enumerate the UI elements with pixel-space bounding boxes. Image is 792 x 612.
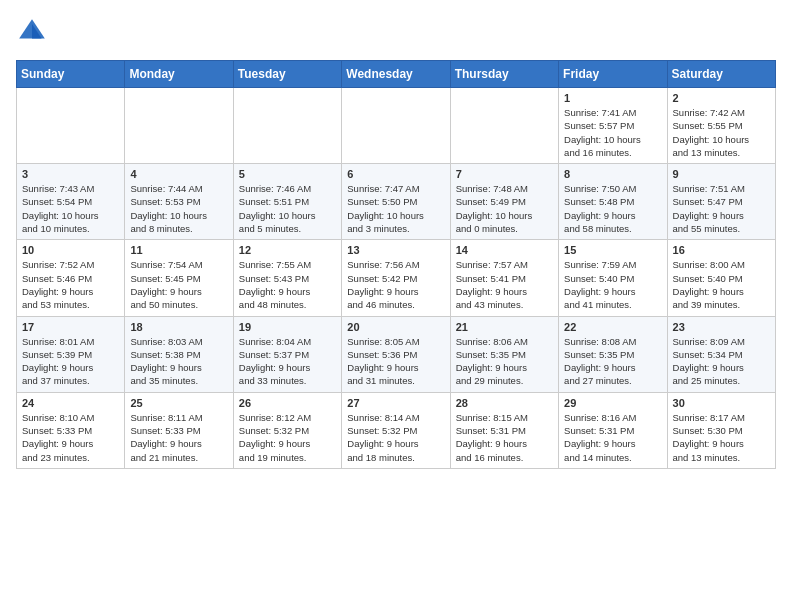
weekday-header: Wednesday — [342, 61, 450, 88]
weekday-header: Thursday — [450, 61, 558, 88]
day-number: 18 — [130, 321, 227, 333]
calendar-week-row: 24Sunrise: 8:10 AM Sunset: 5:33 PM Dayli… — [17, 392, 776, 468]
calendar-cell: 6Sunrise: 7:47 AM Sunset: 5:50 PM Daylig… — [342, 164, 450, 240]
day-number: 15 — [564, 244, 661, 256]
day-info: Sunrise: 7:59 AM Sunset: 5:40 PM Dayligh… — [564, 258, 661, 311]
day-info: Sunrise: 8:09 AM Sunset: 5:34 PM Dayligh… — [673, 335, 770, 388]
day-info: Sunrise: 8:01 AM Sunset: 5:39 PM Dayligh… — [22, 335, 119, 388]
day-number: 10 — [22, 244, 119, 256]
logo — [16, 16, 52, 48]
day-number: 11 — [130, 244, 227, 256]
day-number: 21 — [456, 321, 553, 333]
day-number: 30 — [673, 397, 770, 409]
day-number: 23 — [673, 321, 770, 333]
calendar-cell — [233, 88, 341, 164]
calendar-cell: 28Sunrise: 8:15 AM Sunset: 5:31 PM Dayli… — [450, 392, 558, 468]
calendar-cell — [450, 88, 558, 164]
day-info: Sunrise: 7:41 AM Sunset: 5:57 PM Dayligh… — [564, 106, 661, 159]
calendar-cell: 5Sunrise: 7:46 AM Sunset: 5:51 PM Daylig… — [233, 164, 341, 240]
day-number: 7 — [456, 168, 553, 180]
calendar-cell: 24Sunrise: 8:10 AM Sunset: 5:33 PM Dayli… — [17, 392, 125, 468]
weekday-header: Sunday — [17, 61, 125, 88]
calendar-cell: 27Sunrise: 8:14 AM Sunset: 5:32 PM Dayli… — [342, 392, 450, 468]
day-info: Sunrise: 8:14 AM Sunset: 5:32 PM Dayligh… — [347, 411, 444, 464]
day-info: Sunrise: 7:44 AM Sunset: 5:53 PM Dayligh… — [130, 182, 227, 235]
calendar-cell: 13Sunrise: 7:56 AM Sunset: 5:42 PM Dayli… — [342, 240, 450, 316]
day-info: Sunrise: 7:48 AM Sunset: 5:49 PM Dayligh… — [456, 182, 553, 235]
day-info: Sunrise: 7:43 AM Sunset: 5:54 PM Dayligh… — [22, 182, 119, 235]
calendar-week-row: 10Sunrise: 7:52 AM Sunset: 5:46 PM Dayli… — [17, 240, 776, 316]
day-info: Sunrise: 7:57 AM Sunset: 5:41 PM Dayligh… — [456, 258, 553, 311]
calendar-cell: 30Sunrise: 8:17 AM Sunset: 5:30 PM Dayli… — [667, 392, 775, 468]
calendar-cell: 15Sunrise: 7:59 AM Sunset: 5:40 PM Dayli… — [559, 240, 667, 316]
calendar-cell: 26Sunrise: 8:12 AM Sunset: 5:32 PM Dayli… — [233, 392, 341, 468]
day-number: 16 — [673, 244, 770, 256]
day-info: Sunrise: 7:56 AM Sunset: 5:42 PM Dayligh… — [347, 258, 444, 311]
day-number: 4 — [130, 168, 227, 180]
weekday-header: Tuesday — [233, 61, 341, 88]
day-info: Sunrise: 8:17 AM Sunset: 5:30 PM Dayligh… — [673, 411, 770, 464]
day-info: Sunrise: 7:42 AM Sunset: 5:55 PM Dayligh… — [673, 106, 770, 159]
calendar-cell: 14Sunrise: 7:57 AM Sunset: 5:41 PM Dayli… — [450, 240, 558, 316]
day-number: 13 — [347, 244, 444, 256]
day-number: 5 — [239, 168, 336, 180]
day-info: Sunrise: 8:06 AM Sunset: 5:35 PM Dayligh… — [456, 335, 553, 388]
page-header — [16, 16, 776, 48]
calendar-cell: 7Sunrise: 7:48 AM Sunset: 5:49 PM Daylig… — [450, 164, 558, 240]
day-number: 3 — [22, 168, 119, 180]
day-number: 14 — [456, 244, 553, 256]
calendar-week-row: 3Sunrise: 7:43 AM Sunset: 5:54 PM Daylig… — [17, 164, 776, 240]
calendar-cell: 21Sunrise: 8:06 AM Sunset: 5:35 PM Dayli… — [450, 316, 558, 392]
day-number: 19 — [239, 321, 336, 333]
calendar-cell: 20Sunrise: 8:05 AM Sunset: 5:36 PM Dayli… — [342, 316, 450, 392]
calendar-cell — [342, 88, 450, 164]
calendar-cell: 3Sunrise: 7:43 AM Sunset: 5:54 PM Daylig… — [17, 164, 125, 240]
calendar-cell: 10Sunrise: 7:52 AM Sunset: 5:46 PM Dayli… — [17, 240, 125, 316]
day-info: Sunrise: 7:46 AM Sunset: 5:51 PM Dayligh… — [239, 182, 336, 235]
day-info: Sunrise: 7:47 AM Sunset: 5:50 PM Dayligh… — [347, 182, 444, 235]
day-info: Sunrise: 8:04 AM Sunset: 5:37 PM Dayligh… — [239, 335, 336, 388]
day-info: Sunrise: 8:03 AM Sunset: 5:38 PM Dayligh… — [130, 335, 227, 388]
day-number: 17 — [22, 321, 119, 333]
calendar-cell — [17, 88, 125, 164]
calendar-cell: 25Sunrise: 8:11 AM Sunset: 5:33 PM Dayli… — [125, 392, 233, 468]
calendar-cell: 17Sunrise: 8:01 AM Sunset: 5:39 PM Dayli… — [17, 316, 125, 392]
day-info: Sunrise: 8:00 AM Sunset: 5:40 PM Dayligh… — [673, 258, 770, 311]
day-number: 2 — [673, 92, 770, 104]
calendar-cell — [125, 88, 233, 164]
calendar-cell: 8Sunrise: 7:50 AM Sunset: 5:48 PM Daylig… — [559, 164, 667, 240]
day-info: Sunrise: 7:50 AM Sunset: 5:48 PM Dayligh… — [564, 182, 661, 235]
day-info: Sunrise: 8:10 AM Sunset: 5:33 PM Dayligh… — [22, 411, 119, 464]
day-number: 28 — [456, 397, 553, 409]
calendar-cell: 29Sunrise: 8:16 AM Sunset: 5:31 PM Dayli… — [559, 392, 667, 468]
calendar-cell: 2Sunrise: 7:42 AM Sunset: 5:55 PM Daylig… — [667, 88, 775, 164]
calendar-cell: 12Sunrise: 7:55 AM Sunset: 5:43 PM Dayli… — [233, 240, 341, 316]
weekday-header: Monday — [125, 61, 233, 88]
calendar-cell: 22Sunrise: 8:08 AM Sunset: 5:35 PM Dayli… — [559, 316, 667, 392]
weekday-header-row: SundayMondayTuesdayWednesdayThursdayFrid… — [17, 61, 776, 88]
calendar-cell: 4Sunrise: 7:44 AM Sunset: 5:53 PM Daylig… — [125, 164, 233, 240]
day-number: 20 — [347, 321, 444, 333]
calendar-table: SundayMondayTuesdayWednesdayThursdayFrid… — [16, 60, 776, 469]
day-number: 12 — [239, 244, 336, 256]
day-info: Sunrise: 8:08 AM Sunset: 5:35 PM Dayligh… — [564, 335, 661, 388]
calendar-cell: 9Sunrise: 7:51 AM Sunset: 5:47 PM Daylig… — [667, 164, 775, 240]
day-info: Sunrise: 8:16 AM Sunset: 5:31 PM Dayligh… — [564, 411, 661, 464]
day-info: Sunrise: 8:12 AM Sunset: 5:32 PM Dayligh… — [239, 411, 336, 464]
day-number: 26 — [239, 397, 336, 409]
logo-icon — [16, 16, 48, 48]
day-number: 9 — [673, 168, 770, 180]
calendar-cell: 16Sunrise: 8:00 AM Sunset: 5:40 PM Dayli… — [667, 240, 775, 316]
day-number: 8 — [564, 168, 661, 180]
day-number: 1 — [564, 92, 661, 104]
day-number: 27 — [347, 397, 444, 409]
day-info: Sunrise: 8:11 AM Sunset: 5:33 PM Dayligh… — [130, 411, 227, 464]
calendar-week-row: 1Sunrise: 7:41 AM Sunset: 5:57 PM Daylig… — [17, 88, 776, 164]
day-number: 24 — [22, 397, 119, 409]
calendar-cell: 19Sunrise: 8:04 AM Sunset: 5:37 PM Dayli… — [233, 316, 341, 392]
day-number: 6 — [347, 168, 444, 180]
weekday-header: Friday — [559, 61, 667, 88]
day-number: 29 — [564, 397, 661, 409]
day-info: Sunrise: 7:54 AM Sunset: 5:45 PM Dayligh… — [130, 258, 227, 311]
calendar-cell: 18Sunrise: 8:03 AM Sunset: 5:38 PM Dayli… — [125, 316, 233, 392]
